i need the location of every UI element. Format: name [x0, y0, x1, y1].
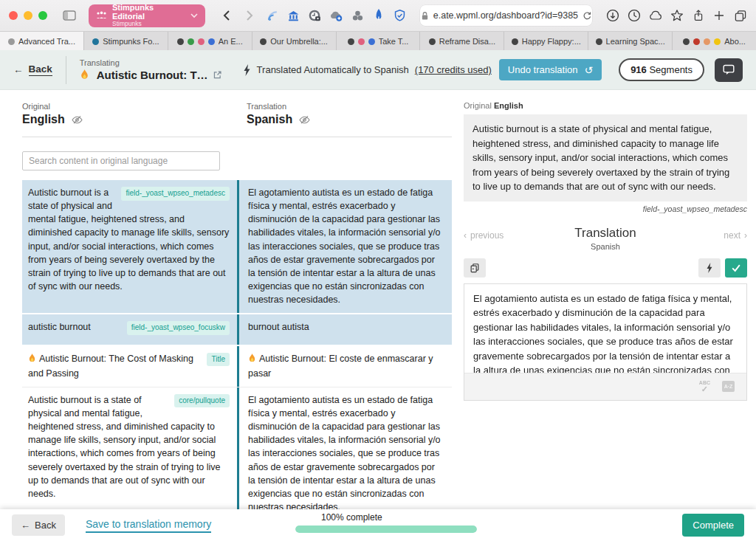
footer-back-label: Back	[35, 520, 56, 531]
tab-favicon	[704, 38, 710, 45]
tab-favicon	[683, 38, 690, 45]
segment-translation-cell[interactable]: El agotamiento autista es un estado de f…	[237, 180, 452, 313]
segment-row[interactable]: field-_yoast_wpseo_focuskwautistic burno…	[22, 314, 452, 346]
history-icon[interactable]	[628, 9, 641, 22]
editor-header: ← Back Translating Autistic Burnout: T… …	[0, 50, 756, 90]
shield-check-extension-icon[interactable]	[393, 9, 406, 22]
bookmark-star-icon[interactable]	[670, 9, 684, 22]
back-arrow-icon: ←	[21, 520, 30, 531]
back-nav-icon[interactable]	[219, 9, 233, 22]
tab-group-subtitle: Stimpunks	[112, 21, 185, 27]
tab-title: Advanced Tra...	[18, 37, 75, 46]
segment-source-cell[interactable]: TitleAutistic Burnout: The Cost of Maski…	[22, 346, 237, 387]
bank-extension-icon[interactable]	[287, 9, 300, 22]
zoom-window-button[interactable]	[38, 11, 47, 20]
browser-tab[interactable]: Stimpunks Fo...	[84, 32, 168, 51]
copy-source-button[interactable]	[464, 258, 486, 278]
tab-favicon	[512, 38, 518, 45]
divider	[66, 56, 66, 84]
confirm-translation-button[interactable]	[725, 258, 747, 278]
circles-extension-icon[interactable]	[351, 9, 364, 22]
segment-translation-cell[interactable]: El agotamiento autista es un estado de f…	[237, 387, 452, 509]
chevron-down-icon	[190, 13, 198, 18]
tab-favicon	[348, 38, 354, 45]
tab-group-pill[interactable]: Stimpunks Editorial Stimpunks	[89, 4, 205, 27]
close-window-button[interactable]	[9, 11, 18, 20]
browser-tab[interactable]: Happy Flappy:...	[504, 32, 588, 51]
footer-back-button[interactable]: ← Back	[12, 514, 65, 536]
undo-translation-button[interactable]: Undo translation ↺	[499, 59, 602, 80]
segment-field-badge: core/pullquote	[174, 394, 230, 408]
segment-list: field-_yoast_wpseo_metadescAutistic burn…	[22, 180, 452, 509]
forward-nav-icon[interactable]	[244, 9, 257, 22]
segment-source-cell[interactable]: core/pullquoteAutistic burnout is a stat…	[22, 387, 237, 509]
password-manager-extension-icon[interactable]	[308, 9, 321, 22]
segments-count-badge: 916 Segments	[619, 58, 704, 81]
tab-group-title: Stimpunks Editorial	[112, 3, 185, 21]
segment-row[interactable]: TitleAutistic Burnout: The Cost of Maski…	[22, 346, 452, 387]
downloads-icon[interactable]	[606, 9, 619, 22]
tab-group-icon	[96, 11, 107, 20]
progress-bar	[295, 526, 477, 533]
next-label: next	[724, 230, 740, 241]
translation-textarea[interactable]: El agotamiento autista es un estado de f…	[464, 284, 746, 373]
reload-icon[interactable]	[583, 11, 591, 20]
save-translation-memory-link[interactable]: Save to translation memory	[86, 518, 211, 533]
tab-title: An E...	[219, 37, 243, 46]
browser-tab[interactable]: Our Umbrella:...	[252, 32, 337, 51]
share-icon[interactable]	[692, 9, 705, 22]
feedback-button[interactable]	[715, 58, 743, 82]
original-column-label: Original	[22, 102, 237, 111]
pen-extension-icon[interactable]	[372, 9, 385, 22]
tab-favicon	[368, 38, 375, 45]
new-tab-icon[interactable]	[713, 9, 726, 22]
browser-tab[interactable]: An E...	[168, 32, 252, 51]
original-language: English	[22, 113, 65, 126]
tab-favicon	[693, 38, 700, 45]
search-input[interactable]	[22, 151, 220, 170]
segment-source-cell[interactable]: field-_yoast_wpseo_focuskwautistic burno…	[22, 314, 237, 345]
segments-pane: Original English Translation Spanish fie…	[22, 90, 452, 509]
browser-tab[interactable]: Advanced Tra...	[0, 32, 84, 51]
tab-favicon	[177, 38, 184, 45]
browser-tab[interactable]: Abo...	[673, 32, 756, 51]
eye-off-icon[interactable]	[299, 115, 310, 125]
window-controls	[9, 11, 47, 20]
address-bar[interactable]: e.ate.wpml.org/dashboard?id=9385	[420, 5, 592, 26]
icloud-tabs-icon[interactable]	[649, 9, 662, 22]
browser-tab[interactable]: Reframe Disa...	[420, 32, 504, 51]
tab-overview-icon[interactable]	[734, 9, 747, 22]
credits-used-link[interactable]: (170 credits used)	[415, 64, 492, 75]
browser-tab[interactable]: Learning Spac...	[588, 32, 673, 51]
eye-off-icon[interactable]	[72, 115, 83, 125]
spellcheck-icon[interactable]: ABC✓	[699, 380, 710, 393]
segment-translation-cell[interactable]: Autistic Burnout: El coste de enmascarar…	[237, 346, 452, 387]
back-label: Back	[29, 63, 52, 76]
browser-tab-bar: Advanced Tra...Stimpunks Fo...An E...Our…	[0, 31, 756, 52]
tab-favicon	[8, 38, 15, 45]
cloud-add-extension-icon[interactable]	[329, 9, 343, 22]
translation-column-label: Translation	[247, 102, 452, 111]
segment-translation-cell[interactable]: burnout autista	[237, 314, 452, 345]
url-text: e.ate.wpml.org/dashboard?id=9385	[433, 10, 578, 21]
external-link-icon[interactable]	[213, 70, 222, 80]
segment-row[interactable]: field-_yoast_wpseo_metadescAutistic burn…	[22, 180, 452, 314]
sidebar-toggle-icon[interactable]	[63, 9, 76, 22]
complete-button[interactable]: Complete	[682, 514, 744, 537]
document-title: Autistic Burnout: T…	[97, 69, 208, 81]
glossary-icon[interactable]: A·Z	[722, 381, 735, 392]
next-segment-button[interactable]: next ›	[688, 230, 747, 241]
browser-tab[interactable]: Take T...	[337, 32, 421, 51]
tab-title: Take T...	[379, 37, 409, 46]
segment-source-cell[interactable]: field-_yoast_wpseo_metadescAutistic burn…	[22, 180, 237, 313]
auto-translate-segment-button[interactable]	[698, 258, 721, 278]
tab-title: Reframe Disa...	[439, 37, 495, 46]
translation-panel-language: Spanish	[523, 242, 688, 251]
minimize-window-button[interactable]	[24, 11, 32, 20]
rss-extension-icon[interactable]	[266, 9, 279, 22]
previous-label: previous	[470, 230, 504, 241]
back-link[interactable]: ← Back	[13, 63, 52, 76]
previous-segment-button[interactable]: ‹ previous	[464, 230, 523, 241]
segment-row[interactable]: core/pullquoteAutistic burnout is a stat…	[22, 387, 452, 509]
tab-favicon	[429, 38, 436, 45]
